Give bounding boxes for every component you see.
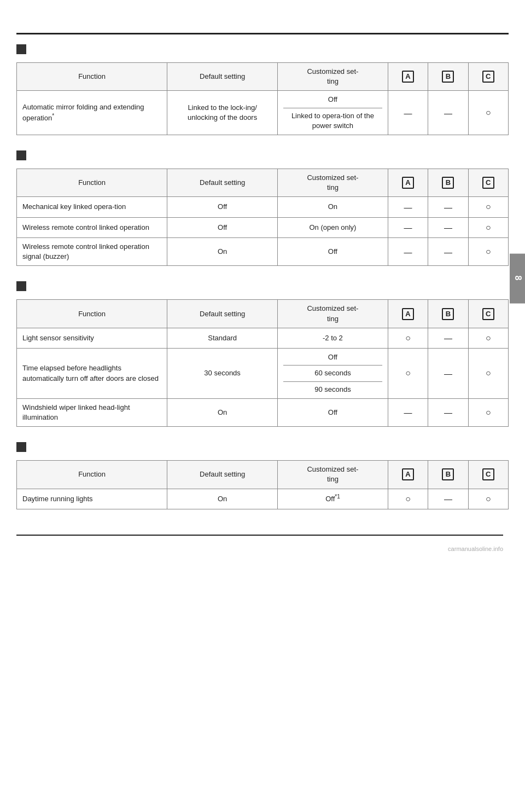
cell-default: On [167,238,278,266]
cell-c: ○ [468,197,508,217]
th-function-3: Function [17,300,167,328]
th-custom-2: Customized set-ting [278,169,388,196]
th-b-1: B [428,63,468,91]
cell-default: On [167,489,278,509]
cell-c: ○ [468,238,508,266]
dash-icon: — [444,408,452,417]
badge-b-3: B [442,308,454,320]
custom-option: Linked to opera-tion of the power switch [283,111,382,131]
circle-icon: ○ [486,494,491,503]
th-function-1: Function [17,63,167,91]
cell-function: Wireless remote control linked operation [17,217,167,237]
side-tab: 8 [510,254,525,304]
circle-icon: ○ [486,202,491,211]
cell-default: Off [167,217,278,237]
cell-c: ○ [468,91,508,135]
th-a-3: A [388,300,428,328]
badge-c-4: C [482,468,494,480]
dash-icon: — [404,202,412,212]
badge-a-3: A [402,308,414,320]
section-indicator-1 [16,44,26,54]
table-4: Function Default setting Customized set-… [16,460,509,509]
cell-b: — [428,489,468,509]
cell-b: — [428,197,468,217]
cell-default: 30 seconds [167,349,278,399]
th-default-1: Default setting [167,63,278,91]
dash-icon: — [444,369,452,378]
th-a-2: A [388,169,428,196]
th-custom-1: Customized set-ting [278,63,388,91]
th-c-3: C [468,300,508,328]
badge-c-2: C [482,177,494,189]
superscript: *1 [335,494,340,500]
section-3: Function Default setting Customized set-… [16,281,509,427]
section-indicator-4 [16,442,26,452]
top-bar [16,33,509,34]
cell-b: — [428,349,468,399]
dash-icon: — [404,108,412,118]
cell-custom: Off [278,398,388,426]
table-1: Function Default setting Customized set-… [16,62,509,135]
dash-icon: — [444,333,452,343]
cell-custom: Off 60 seconds 90 seconds [278,349,388,399]
section-2: Function Default setting Customized set-… [16,150,509,266]
th-default-3: Default setting [167,300,278,328]
custom-option: Off [283,352,382,366]
circle-icon: ○ [486,408,491,417]
badge-c-1: C [482,71,494,83]
table-row: Mechanical key linked opera-tion Off On … [17,197,509,217]
cell-b: — [428,217,468,237]
circle-icon: ○ [405,494,411,503]
cell-b: — [428,238,468,266]
badge-a-1: A [402,71,414,83]
superscript: * [52,113,54,119]
th-default-4: Default setting [167,461,278,489]
cell-custom: Off Linked to opera-tion of the power sw… [278,91,388,135]
badge-b-4: B [442,468,454,480]
cell-c: ○ [468,489,508,509]
section-indicator-2 [16,150,26,160]
cell-function: Mechanical key linked opera-tion [17,197,167,217]
badge-c-3: C [482,308,494,320]
page-wrapper: Function Default setting Customized set-… [0,0,525,558]
section-4: Function Default setting Customized set-… [16,442,509,509]
cell-c: ○ [468,349,508,399]
th-a-4: A [388,461,428,489]
table-row: Wireless remote control linked operation… [17,217,509,237]
cell-custom: On (open only) [278,217,388,237]
cell-c: ○ [468,217,508,237]
cell-function: Daytime running lights [17,489,167,509]
th-c-1: C [468,63,508,91]
th-c-4: C [468,461,508,489]
table-row: Windshield wiper linked head-light illum… [17,398,509,426]
cell-function: Windshield wiper linked head-light illum… [17,398,167,426]
cell-default: Standard [167,328,278,348]
dash-icon: — [444,223,452,232]
dash-icon: — [404,247,412,257]
circle-icon: ○ [486,368,491,378]
badge-a-2: A [402,177,414,189]
cell-b: — [428,398,468,426]
cell-a: — [388,398,428,426]
cell-function: Time elapsed before headlights automatic… [17,349,167,399]
cell-a: ○ [388,349,428,399]
table-row: Automatic mirror folding and extending o… [17,91,509,135]
table-2: Function Default setting Customized set-… [16,169,509,266]
table-row: Daytime running lights On Off*1 ○ — ○ [17,489,509,509]
th-b-3: B [428,300,468,328]
th-custom-3: Customized set-ting [278,300,388,328]
bottom-bar [16,535,503,536]
cell-c: ○ [468,398,508,426]
cell-custom: Off [278,238,388,266]
cell-function: Light sensor sensitivity [17,328,167,348]
section-1: Function Default setting Customized set-… [16,44,509,135]
cell-default: Linked to the lock-ing/ unlocking of the… [167,91,278,135]
table-row: Time elapsed before headlights automatic… [17,349,509,399]
cell-a: — [388,91,428,135]
badge-a-4: A [402,468,414,480]
custom-option: Off [283,95,382,108]
cell-b: — [428,328,468,348]
cell-c: ○ [468,328,508,348]
cell-custom: Off*1 [278,489,388,509]
custom-option: 90 seconds [283,385,382,395]
